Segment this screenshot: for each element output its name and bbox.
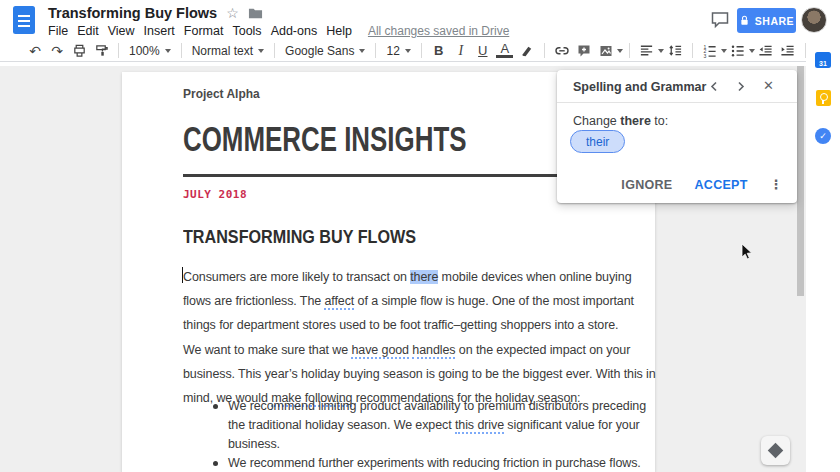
menu-addons[interactable]: Add-ons (271, 24, 318, 38)
chevron-down-icon (165, 49, 171, 53)
bulleted-list-chevron[interactable] (749, 49, 755, 53)
text-color-button[interactable]: A (496, 43, 513, 58)
selected-word[interactable]: there (410, 270, 438, 284)
side-panel: 31 ✓ (806, 40, 840, 472)
decrease-indent-icon[interactable] (757, 41, 774, 61)
change-prompt: Change there to: (573, 114, 668, 128)
change-prefix: Change (573, 114, 620, 128)
highlight-color-icon[interactable] (518, 41, 535, 61)
menu-insert[interactable]: Insert (144, 24, 175, 38)
undo-icon[interactable]: ↶ (27, 41, 44, 61)
spelling-grammar-dialog: Spelling and Grammar ✕ Change there to: … (557, 70, 797, 203)
style-value: Normal text (192, 44, 253, 58)
underline-button[interactable]: U (474, 41, 491, 61)
text-run: flows are frictionless. The (183, 294, 324, 308)
explore-button[interactable] (761, 436, 790, 465)
italic-button[interactable]: I (452, 41, 469, 61)
line-spacing-icon[interactable] (666, 41, 683, 61)
calendar-day: 31 (819, 60, 827, 67)
tasks-icon[interactable]: ✓ (815, 128, 831, 144)
font-size-dropdown[interactable]: 12 (386, 44, 410, 58)
text-line: things for department stores used to be … (183, 313, 643, 337)
insert-link-icon[interactable] (553, 41, 570, 61)
folder-icon[interactable] (248, 7, 263, 19)
doc-section-heading: TRANSFORMING BUY FLOWS (183, 226, 416, 248)
font-dropdown[interactable]: Google Sans (285, 44, 365, 58)
insert-image-icon[interactable] (597, 41, 614, 61)
account-avatar[interactable] (801, 7, 827, 33)
menu-file[interactable]: File (48, 24, 68, 38)
menu-edit[interactable]: Edit (77, 24, 99, 38)
text-run: We want to make sure that we (183, 343, 351, 357)
separator (544, 43, 545, 58)
text-line: We recommend limiting product availabili… (228, 397, 643, 416)
chevron-down-icon (258, 49, 264, 53)
paint-format-icon[interactable] (93, 41, 110, 61)
paragraph-1[interactable]: Consumers are more likely to transact on… (183, 265, 643, 337)
grammar-flagged-word[interactable]: handles (412, 343, 455, 359)
text-line: flows are frictionless. The affect of a … (183, 289, 643, 313)
print-icon[interactable] (71, 41, 88, 61)
numbered-list-chevron[interactable] (721, 49, 727, 53)
text-run: Consumers are more likely to transact on (183, 270, 410, 284)
calendar-icon[interactable]: 31 (815, 52, 831, 68)
align-icon[interactable] (638, 41, 655, 61)
vertical-scrollbar[interactable] (797, 66, 804, 296)
ignore-button[interactable]: IGNORE (621, 178, 672, 192)
bulleted-list-icon[interactable] (729, 41, 746, 61)
previous-suggestion-icon[interactable] (709, 81, 720, 92)
share-button[interactable]: SHARE (737, 8, 796, 33)
keep-icon[interactable] (816, 90, 831, 106)
grammar-flagged-word[interactable]: affect (324, 294, 354, 310)
google-docs-window: Transforming Buy Flows ☆ File Edit View … (0, 0, 840, 472)
separator (692, 43, 693, 58)
close-icon[interactable]: ✕ (763, 79, 774, 93)
toolbar: ↶ ↷ 100% Normal text Google Sans 12 B I … (0, 40, 806, 62)
separator (274, 43, 275, 58)
menu-tools[interactable]: Tools (232, 24, 261, 38)
docs-logo-icon[interactable] (13, 6, 35, 34)
doc-kicker: Project Alpha (183, 86, 260, 101)
text-run: on the expected impact on your (455, 343, 630, 357)
doc-main-title: COMMERCE INSIGHTS (183, 120, 466, 157)
menu-view[interactable]: View (108, 24, 135, 38)
redo-icon[interactable]: ↷ (49, 41, 66, 61)
zoom-value: 100% (129, 44, 160, 58)
separator (181, 43, 182, 58)
svg-text:3: 3 (704, 53, 707, 58)
font-value: Google Sans (285, 44, 354, 58)
bold-button[interactable]: B (430, 41, 447, 61)
share-label: SHARE (755, 15, 794, 27)
bullet-list[interactable]: We recommend limiting product availabili… (183, 397, 643, 472)
grammar-flagged-word[interactable]: have good (351, 343, 409, 359)
next-suggestion-icon[interactable] (735, 81, 746, 92)
align-options-chevron[interactable] (658, 49, 664, 53)
menu-format[interactable]: Format (184, 24, 224, 38)
dialog-actions: IGNORE ACCEPT ⋮ (621, 177, 783, 192)
menu-help[interactable]: Help (326, 24, 352, 38)
check-glyph: ✓ (819, 131, 827, 141)
separator (421, 43, 422, 58)
app-header: Transforming Buy Flows ☆ File Edit View … (0, 0, 840, 40)
separator (118, 43, 119, 58)
font-size-value: 12 (386, 44, 399, 58)
bullet-dot (213, 461, 218, 466)
text-line: Consumers are more likely to transact on… (183, 265, 643, 289)
save-status-link[interactable]: All changes saved in Drive (368, 24, 509, 38)
suggestion-pill[interactable]: their (570, 130, 625, 153)
grammar-flagged-word[interactable]: this drive (455, 418, 504, 434)
add-comment-icon[interactable] (575, 41, 592, 61)
more-options-icon[interactable]: ⋮ (770, 177, 783, 192)
ruler (0, 62, 806, 66)
image-options-chevron[interactable] (617, 49, 623, 53)
text-run: of a simple flow is huge. One of the mos… (354, 294, 634, 308)
document-title[interactable]: Transforming Buy Flows (48, 5, 217, 21)
zoom-dropdown[interactable]: 100% (129, 44, 171, 58)
star-icon[interactable]: ☆ (226, 6, 239, 20)
numbered-list-icon[interactable]: 123 (701, 41, 718, 61)
comments-icon[interactable] (710, 11, 730, 29)
text-line: business. This year’s holiday buying sea… (183, 362, 643, 386)
increase-indent-icon[interactable] (779, 41, 796, 61)
accept-button[interactable]: ACCEPT (694, 178, 747, 192)
paragraph-style-dropdown[interactable]: Normal text (192, 44, 264, 58)
